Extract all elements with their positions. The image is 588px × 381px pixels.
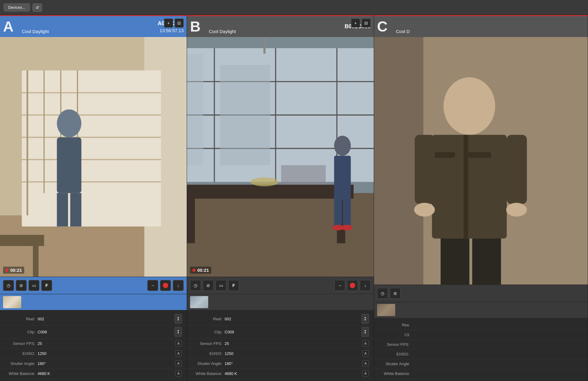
scene-b-svg	[187, 37, 374, 277]
meta-row-shutter-b: Shutter Angle: 180° A	[187, 359, 374, 369]
svg-rect-37	[187, 185, 354, 199]
clock-btn-c[interactable]: ◷	[377, 288, 388, 299]
meta-value-fps-a: 25	[38, 341, 173, 346]
timecode-overlay-b: 00:21	[190, 267, 211, 274]
meta-label-clip-a: Clip:	[5, 330, 35, 334]
meta-value-wb-b: 4680 K	[225, 371, 360, 376]
arrow-down-btn-a[interactable]: ↓	[173, 280, 184, 291]
meta-stepper-clip-a[interactable]: ▲ ▼	[175, 327, 182, 337]
svg-rect-22	[0, 235, 44, 246]
svg-rect-55	[432, 135, 507, 239]
slash-btn-b[interactable]: ⊘	[203, 280, 214, 291]
scene-b-placeholder: 00:21	[187, 37, 374, 277]
thumbnail-a[interactable]	[3, 296, 21, 308]
meta-row-shutter-c: Shutter Angle	[374, 359, 588, 369]
svg-rect-17	[57, 137, 82, 193]
meta-stepper-reel-b[interactable]: ▲ ▼	[362, 314, 369, 324]
meta-row-clip-c: Cli	[374, 330, 588, 340]
record-btn-a[interactable]	[160, 280, 171, 291]
meta-stepper-clip-b[interactable]: ▲ ▼	[362, 327, 369, 337]
meta-label-reel-c: Ree	[379, 323, 409, 327]
meta-label-reel-b: Reel:	[192, 317, 222, 321]
devices-button[interactable]: Devices...	[4, 3, 30, 12]
f-btn-b[interactable]: F	[228, 280, 239, 291]
meta-a-badge-fps-a[interactable]: A	[175, 340, 182, 347]
camera-panel-a: A Cool Daylight A002C008 13:56:57.13 + ⊟	[0, 15, 187, 381]
meta-label-clip-c: Cli	[379, 332, 409, 337]
meta-a-badge-shutter-b[interactable]: A	[362, 360, 369, 367]
svg-rect-19	[70, 193, 82, 226]
svg-rect-41	[263, 37, 266, 54]
meta-row-reel-b: Reel: 002 ▲ ▼	[187, 312, 374, 325]
svg-rect-34	[187, 54, 203, 165]
clock-btn-a[interactable]: ◷	[3, 280, 14, 291]
meta-label-wb-b: White Balance:	[192, 371, 222, 376]
svg-point-40	[251, 177, 279, 186]
meta-value-iso-b: 1250	[225, 351, 360, 356]
camera-timecode-a: 13:56:57.13	[160, 28, 184, 33]
video-preview-b: 00:21	[187, 37, 374, 277]
add-button-a[interactable]: +	[164, 19, 173, 28]
meta-a-badge-iso-b[interactable]: A	[362, 350, 369, 357]
meta-value-shutter-a: 180°	[38, 361, 173, 366]
slash-btn-a[interactable]: ⊘	[16, 280, 27, 291]
main-content: A Cool Daylight A002C008 13:56:57.13 + ⊟	[0, 15, 588, 381]
metadata-panel-c: Ree Cli Sensor FPS: EI/ISO: Shutter Angl…	[374, 318, 588, 381]
thumbnail-strip-b	[187, 294, 374, 310]
thumbnail-c[interactable]	[377, 304, 395, 316]
meta-value-reel-a: 002	[38, 317, 175, 321]
camera-btn-a[interactable]: ▭	[28, 280, 39, 291]
meta-value-shutter-b: 180°	[225, 361, 360, 366]
record-btn-b[interactable]	[347, 280, 358, 291]
svg-point-47	[341, 225, 352, 230]
camera-panel-c: C Cool D	[374, 15, 588, 381]
svg-rect-35	[220, 65, 270, 165]
meta-a-badge-wb-a[interactable]: A	[175, 370, 182, 377]
clock-btn-b[interactable]: ◷	[190, 280, 201, 291]
camera-name-a: Cool Daylight	[22, 29, 49, 34]
meta-row-iso-c: EI/ISO:	[374, 349, 588, 359]
svg-point-16	[57, 110, 82, 137]
arrow-right-btn-a[interactable]: →	[147, 280, 158, 291]
meta-label-iso-c: EI/ISO:	[379, 352, 409, 356]
meta-stepper-reel-a[interactable]: ▲ ▼	[175, 314, 182, 324]
svg-rect-51	[281, 165, 326, 185]
arrow-right-btn-b[interactable]: →	[334, 280, 345, 291]
meta-a-badge-shutter-a[interactable]: A	[175, 360, 182, 367]
scene-a-svg	[0, 37, 187, 277]
grid-button-b[interactable]: ⊟	[362, 19, 371, 28]
camera-name-c: Cool D	[396, 29, 410, 34]
meta-label-fps-c: Sensor FPS:	[379, 342, 409, 347]
scene-a-placeholder: 00:21	[0, 37, 187, 277]
meta-row-fps-b: Sensor FPS: 25 A	[187, 339, 374, 349]
header-btn-group-a: + ⊟	[164, 19, 184, 28]
meta-a-badge-wb-b[interactable]: A	[362, 370, 369, 377]
control-bar-c: ◷ ⊘	[374, 285, 588, 302]
svg-rect-57	[432, 152, 455, 158]
meta-row-reel-a: Reel: 002 ▲ ▼	[0, 312, 187, 325]
thumbnail-b[interactable]	[190, 296, 208, 308]
camera-btn-b[interactable]: ▭	[215, 280, 226, 291]
toolbar: Devices... ↺	[0, 0, 588, 15]
svg-rect-43	[334, 156, 351, 200]
meta-a-badge-fps-b[interactable]: A	[362, 340, 369, 347]
add-button-b[interactable]: +	[351, 19, 360, 28]
control-bar-a: ◷ ⊘ ▭ F → ↓	[0, 277, 187, 294]
rec-dot-b	[192, 269, 195, 272]
camera-header-a: A Cool Daylight A002C008 13:56:57.13 + ⊟	[0, 15, 187, 37]
meta-row-fps-a: Sensor FPS: 25 A	[0, 339, 187, 349]
refresh-button[interactable]: ↺	[32, 3, 42, 12]
grid-button-a[interactable]: ⊟	[175, 19, 184, 28]
arrow-down-btn-b[interactable]: ↓	[360, 280, 371, 291]
svg-rect-59	[415, 135, 435, 204]
timecode-text-a: 00:21	[10, 268, 22, 273]
camera-letter-a: A	[3, 19, 14, 34]
slash-btn-c[interactable]: ⊘	[390, 288, 401, 299]
camera-letter-c: C	[377, 19, 388, 34]
control-bar-b: ◷ ⊘ ▭ F → ↓	[187, 277, 374, 294]
svg-rect-64	[472, 238, 501, 285]
f-btn-a[interactable]: F	[41, 280, 52, 291]
meta-a-badge-iso-a[interactable]: A	[175, 350, 182, 357]
meta-label-fps-a: Sensor FPS:	[5, 341, 35, 346]
video-preview-c	[374, 37, 588, 285]
